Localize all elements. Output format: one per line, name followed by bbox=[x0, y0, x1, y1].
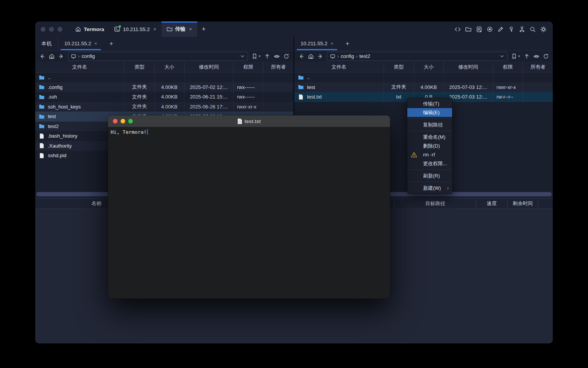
tab-ssh-session[interactable]: 10.211.55.2 × bbox=[109, 21, 162, 37]
tab-left-session[interactable]: 10.211.55.2 × bbox=[58, 37, 103, 50]
refresh-icon[interactable] bbox=[283, 53, 289, 59]
refresh-icon[interactable] bbox=[543, 53, 549, 59]
tab-local[interactable]: 本机 bbox=[35, 37, 58, 50]
file-row[interactable]: .ssh 文件夹4.00KB2025-06-21 15:...rwx------ bbox=[35, 92, 293, 102]
menu-item-transfer[interactable]: 传输(T) bbox=[407, 99, 452, 108]
home-icon[interactable] bbox=[308, 53, 314, 59]
back-icon[interactable] bbox=[39, 53, 45, 59]
minimize-window-button[interactable] bbox=[121, 119, 125, 123]
folder-icon bbox=[39, 104, 45, 110]
key-icon[interactable] bbox=[508, 26, 514, 33]
column-header[interactable]: 权限 bbox=[234, 62, 263, 72]
menu-item-edit[interactable]: 编辑(E) bbox=[407, 108, 452, 117]
path-segment[interactable]: config bbox=[341, 53, 354, 59]
left-add-tab-button[interactable]: + bbox=[103, 37, 119, 50]
tab-transfer[interactable]: 传输 × bbox=[162, 21, 197, 37]
log-icon[interactable] bbox=[476, 26, 482, 33]
zoom-window-button[interactable] bbox=[128, 119, 133, 123]
bookmark-control[interactable] bbox=[511, 53, 520, 59]
menu-separator bbox=[408, 118, 452, 119]
column-header[interactable]: 所有者 bbox=[263, 62, 293, 72]
record-icon[interactable] bbox=[487, 26, 493, 33]
forward-icon[interactable] bbox=[58, 53, 64, 59]
home-icon bbox=[75, 26, 81, 32]
column-header[interactable]: 类型 bbox=[124, 62, 155, 72]
right-add-tab-button[interactable]: + bbox=[340, 37, 355, 50]
column-header[interactable]: 速度 bbox=[476, 199, 507, 208]
search-icon[interactable] bbox=[529, 26, 536, 33]
minimize-window-button[interactable] bbox=[49, 27, 54, 32]
close-icon[interactable]: × bbox=[330, 41, 333, 46]
app-tab-label: Termora bbox=[84, 26, 104, 32]
chevron-down-icon bbox=[518, 56, 520, 57]
menu-separator bbox=[408, 131, 452, 131]
upload-icon[interactable] bbox=[524, 53, 530, 59]
bookmark-control[interactable] bbox=[252, 53, 261, 59]
right-toolbar: › config › test2 bbox=[294, 51, 553, 62]
file-row-parent[interactable]: .. bbox=[294, 72, 553, 82]
folder-icon bbox=[39, 113, 45, 120]
file-row[interactable]: .config 文件夹4.00KB2025-07-02 12:...rwx---… bbox=[35, 82, 293, 92]
menu-item-new[interactable]: 新建(W) › bbox=[407, 184, 452, 192]
back-icon[interactable] bbox=[298, 53, 304, 59]
close-window-button[interactable] bbox=[113, 119, 118, 123]
titlebar: Termora 10.211.55.2 × 传输 × + bbox=[35, 21, 553, 37]
tab-right-session[interactable]: 10.211.55.2 × bbox=[294, 37, 340, 50]
close-icon[interactable]: × bbox=[153, 26, 156, 32]
column-header[interactable]: 修改时间 bbox=[444, 62, 493, 72]
menu-item-change-permissions[interactable]: 更改权限... bbox=[407, 159, 452, 168]
window-controls bbox=[35, 27, 70, 32]
gear-icon[interactable] bbox=[540, 26, 547, 33]
column-header[interactable]: 权限 bbox=[493, 62, 523, 72]
file-icon bbox=[39, 133, 45, 139]
column-header[interactable]: 目标路径 bbox=[394, 199, 476, 208]
computer-icon bbox=[71, 54, 76, 59]
folder-icon bbox=[167, 26, 173, 32]
chevron-down-icon[interactable] bbox=[240, 54, 245, 59]
show-hidden-icon[interactable] bbox=[274, 53, 280, 59]
path-segment[interactable]: config bbox=[82, 53, 95, 59]
menu-item-rename[interactable]: 重命名(M) bbox=[407, 133, 452, 141]
bookmark-icon bbox=[252, 53, 258, 59]
home-icon[interactable] bbox=[49, 53, 55, 59]
zoom-window-button[interactable] bbox=[57, 27, 62, 32]
folder-icon[interactable] bbox=[465, 26, 472, 33]
menu-item-refresh[interactable]: 刷新(R) bbox=[407, 171, 452, 180]
menu-item-copy-path[interactable]: 复制路径 bbox=[407, 120, 452, 129]
column-header[interactable]: 类型 bbox=[384, 62, 414, 72]
pencil-icon[interactable] bbox=[497, 26, 504, 33]
path-segment[interactable]: test2 bbox=[359, 53, 370, 59]
code-icon[interactable] bbox=[454, 26, 461, 33]
close-icon[interactable]: × bbox=[189, 26, 192, 32]
chevron-down-icon[interactable] bbox=[500, 54, 505, 59]
forward-icon[interactable] bbox=[317, 53, 323, 59]
ssh-tab-label: 10.211.55.2 bbox=[123, 26, 150, 32]
show-hidden-icon[interactable] bbox=[533, 53, 539, 59]
tab-home[interactable]: Termora bbox=[70, 21, 109, 37]
left-path-combobox[interactable]: › config bbox=[68, 52, 248, 61]
column-header[interactable]: 修改时间 bbox=[185, 62, 234, 72]
upload-icon[interactable] bbox=[264, 53, 270, 59]
folder-icon bbox=[39, 94, 45, 100]
column-header[interactable]: 大小 bbox=[414, 62, 444, 72]
editor-titlebar[interactable]: test.txt bbox=[108, 115, 390, 127]
column-header[interactable]: 文件名 bbox=[294, 62, 384, 72]
column-header[interactable]: 大小 bbox=[155, 62, 185, 72]
editor-window: test.txt Hi, Termora! bbox=[108, 115, 390, 299]
column-header[interactable]: 所有者 bbox=[523, 62, 553, 72]
right-path-combobox[interactable]: › config › test2 bbox=[327, 52, 508, 61]
menu-item-delete[interactable]: 删除(D) bbox=[407, 141, 452, 150]
folder-icon bbox=[298, 74, 304, 80]
new-tab-button[interactable]: + bbox=[197, 25, 211, 33]
file-row[interactable]: ssh_host_keys 文件夹4.00KB2025-06-26 17:...… bbox=[35, 102, 293, 112]
column-header[interactable]: 剩余时间 bbox=[507, 199, 538, 208]
keychain-icon[interactable] bbox=[519, 26, 525, 33]
column-header[interactable]: 文件名 bbox=[35, 62, 124, 72]
close-icon[interactable]: × bbox=[94, 41, 97, 46]
editor-content[interactable]: Hi, Termora! bbox=[108, 127, 390, 299]
file-row[interactable]: test 文件夹4.00KB2025-07-03 12:...rwxr-xr-x bbox=[294, 82, 553, 92]
folder-icon bbox=[39, 123, 45, 129]
close-window-button[interactable] bbox=[41, 27, 46, 32]
file-row-parent[interactable]: .. bbox=[35, 72, 293, 82]
menu-item-rm-rf[interactable]: rm -rf bbox=[407, 150, 452, 159]
